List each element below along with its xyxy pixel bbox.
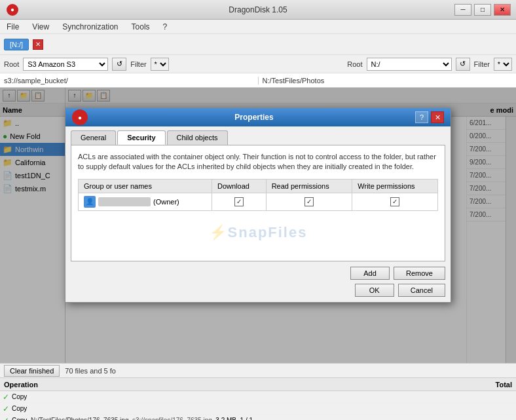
dialog-app-icon: ● xyxy=(72,109,88,125)
menu-help[interactable]: ? xyxy=(160,21,170,33)
tab-child-objects[interactable]: Child objects xyxy=(167,130,228,145)
right-root-label: Root xyxy=(347,60,362,68)
dialog-title: Properties xyxy=(93,113,415,122)
menu-file[interactable]: File xyxy=(4,21,22,33)
right-current-path: N:/TestFiles/Photos xyxy=(259,77,517,85)
menu-tools[interactable]: Tools xyxy=(129,21,153,33)
remove-button[interactable]: Remove xyxy=(394,267,445,280)
left-current-path: s3://sample_bucket/ xyxy=(0,77,259,85)
ok-button[interactable]: OK xyxy=(355,284,394,297)
op-row-3: ✓ Copy N:/TestFiles/Photos/176_7635.jpg … xyxy=(0,415,516,420)
dialog-tabs: General Security Child objects xyxy=(65,126,451,145)
add-button[interactable]: Add xyxy=(350,267,390,280)
dialog-body: ACLs are associated with the container o… xyxy=(71,145,445,261)
dialog-title-bar: ● Properties ? ✕ xyxy=(65,108,451,126)
owner-label: (Owner) xyxy=(153,198,179,206)
user-name-bar xyxy=(98,197,151,206)
dialog-close-button[interactable]: ✕ xyxy=(431,111,444,123)
operations-list: ✓ Copy ✓ Copy ✓ Copy N:/TestFiles/Photos… xyxy=(0,391,516,420)
left-filter-dropdown[interactable]: * xyxy=(151,58,169,71)
current-path-bar: s3://sample_bucket/ N:/TestFiles/Photos xyxy=(0,73,516,88)
op-text-2: Copy xyxy=(12,405,27,412)
app-icon: ● xyxy=(7,4,18,16)
bottom-area: Clear finished 70 files and 5 fo Operati… xyxy=(0,363,516,420)
tab-security[interactable]: Security xyxy=(117,130,165,145)
dialog-help-button[interactable]: ? xyxy=(415,111,428,123)
acl-description: ACLs are associated with the container o… xyxy=(78,152,438,172)
op-status-icon-1: ✓ xyxy=(3,392,9,402)
toolbar: [N:/] ✕ xyxy=(0,34,516,55)
title-bar: ● DragonDisk 1.05 ─ □ ✕ xyxy=(0,0,516,20)
properties-dialog: ● Properties ? ✕ General Security Child … xyxy=(65,107,451,303)
path-bar: Root S3 Amazon S3 ↺ Filter * Root N:/ ↺ … xyxy=(0,55,516,73)
left-root-label: Root xyxy=(4,60,19,68)
op-status-icon-3: ✓ xyxy=(3,416,9,421)
left-refresh-button[interactable]: ↺ xyxy=(112,58,126,71)
window-controls: ─ □ ✕ xyxy=(454,4,511,16)
minimize-button[interactable]: ─ xyxy=(454,4,471,16)
close-button[interactable]: ✕ xyxy=(494,4,511,16)
op-text-3: Copy N:/TestFiles/Photos/176_7635.jpg s3… xyxy=(12,417,513,420)
menu-synchronization[interactable]: Synchronization xyxy=(60,21,120,33)
op-row-1: ✓ Copy xyxy=(0,391,516,403)
left-root-dropdown[interactable]: S3 Amazon S3 xyxy=(23,58,108,71)
op-row-2: ✓ Copy xyxy=(0,403,516,415)
op-text-1: Copy xyxy=(12,393,27,400)
col-group-users: Group or user names xyxy=(79,179,212,193)
right-refresh-button[interactable]: ↺ xyxy=(456,58,470,71)
write-cell xyxy=(352,193,438,210)
status-bar: Clear finished 70 files and 5 fo xyxy=(0,364,516,378)
user-name-cell: 👤 (Owner) xyxy=(79,193,212,210)
right-filter-dropdown[interactable]: * xyxy=(494,58,512,71)
total-col-header: Total xyxy=(496,381,512,389)
menu-bar: File View Synchronization Tools ? xyxy=(0,20,516,34)
left-filter-label: Filter xyxy=(130,60,146,68)
tab-general[interactable]: General xyxy=(71,130,116,145)
operations-header: Operation Total xyxy=(0,378,516,391)
modal-overlay: ● Properties ? ✕ General Security Child … xyxy=(0,88,516,363)
col-download: Download xyxy=(212,179,267,193)
menu-view[interactable]: View xyxy=(29,21,52,33)
download-checkbox[interactable] xyxy=(234,197,244,206)
files-count-text: 70 files and 5 fo xyxy=(65,367,116,375)
user-avatar-icon: 👤 xyxy=(84,196,96,208)
snapfiles-watermark: ⚡SnapFiles xyxy=(78,211,438,254)
cancel-button[interactable]: Cancel xyxy=(398,284,445,297)
read-permissions-checkbox[interactable] xyxy=(304,197,314,206)
col-read-permissions: Read permissions xyxy=(266,179,352,193)
dialog-footer: Add Remove OK Cancel xyxy=(65,261,451,302)
clear-finished-button[interactable]: Clear finished xyxy=(4,365,60,377)
op-status-icon-2: ✓ xyxy=(3,404,9,413)
right-filter-label: Filter xyxy=(474,60,490,68)
right-root-dropdown[interactable]: N:/ xyxy=(367,58,452,71)
tab-n-drive[interactable]: [N:/] xyxy=(4,39,29,50)
main-content: ↑ 📁 📋 Name 📁 .. ● New Fold 📁 Northwin 📁 … xyxy=(0,88,516,363)
window-title: DragonDisk 1.05 xyxy=(229,5,287,14)
download-cell xyxy=(212,193,267,210)
table-row: 👤 (Owner) xyxy=(79,193,438,210)
read-cell xyxy=(266,193,352,210)
dialog-footer-bottom-buttons: OK Cancel xyxy=(71,284,445,297)
dialog-footer-top-buttons: Add Remove xyxy=(71,267,445,280)
tab-close-button[interactable]: ✕ xyxy=(33,39,43,50)
write-permissions-checkbox[interactable] xyxy=(390,197,399,206)
operation-col-header: Operation xyxy=(4,381,38,389)
maximize-button[interactable]: □ xyxy=(474,4,491,16)
acl-table: Group or user names Download Read permis… xyxy=(78,179,438,211)
col-write-permissions: Write permissions xyxy=(352,179,438,193)
